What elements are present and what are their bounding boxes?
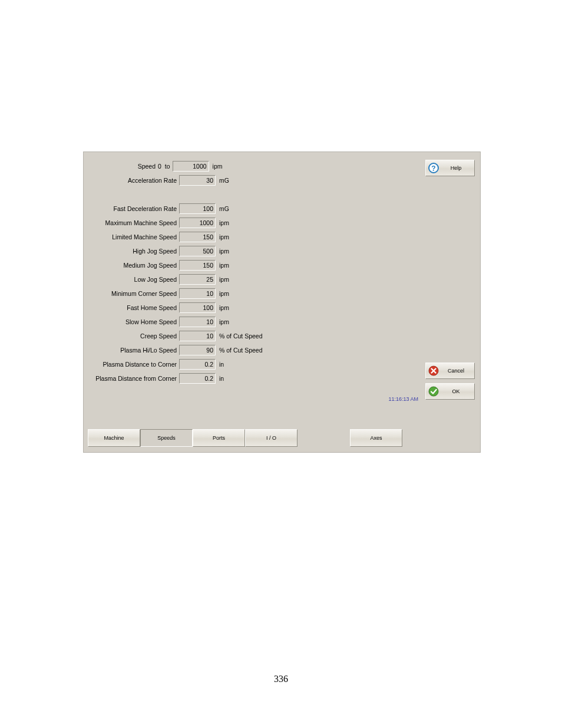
ok-button[interactable]: OK bbox=[425, 383, 475, 400]
param-unit: ipm bbox=[216, 219, 229, 226]
param-row: Medium Jog Speedipm bbox=[84, 258, 352, 272]
svg-text:?: ? bbox=[431, 164, 435, 173]
help-button[interactable]: ? Help bbox=[425, 160, 475, 176]
parameter-rows: Fast Deceleration RatemGMaximum Machine … bbox=[84, 202, 352, 386]
speed-label: Speed bbox=[84, 163, 157, 170]
param-label: Creep Speed bbox=[84, 332, 179, 340]
param-unit: ipm bbox=[216, 290, 229, 297]
param-unit: ipm bbox=[216, 276, 229, 283]
page-number: 336 bbox=[0, 674, 562, 684]
param-label: Fast Deceleration Rate bbox=[84, 205, 179, 212]
acceleration-rate-row: Acceleration Rate mG bbox=[84, 173, 352, 187]
speed-to: to bbox=[163, 163, 173, 170]
side-button-column: ? Help bbox=[425, 160, 475, 176]
param-label: Maximum Machine Speed bbox=[84, 219, 179, 226]
param-label: Plasma Distance to Corner bbox=[84, 361, 179, 368]
speed-min: 0 bbox=[157, 163, 163, 170]
param-input[interactable] bbox=[179, 359, 216, 370]
param-input[interactable] bbox=[179, 373, 216, 384]
param-label: Medium Jog Speed bbox=[84, 262, 179, 269]
help-icon: ? bbox=[428, 163, 439, 173]
param-row: Fast Deceleration RatemG bbox=[84, 202, 352, 216]
param-row: Slow Home Speedipm bbox=[84, 315, 352, 329]
param-row: Plasma Distance to Cornerin bbox=[84, 357, 352, 371]
tab-io[interactable]: I / O bbox=[245, 429, 297, 447]
param-label: Slow Home Speed bbox=[84, 318, 179, 325]
param-unit: ipm bbox=[216, 233, 229, 241]
param-input[interactable] bbox=[179, 331, 216, 341]
param-unit: % of Cut Speed bbox=[216, 332, 263, 340]
param-input[interactable] bbox=[179, 345, 216, 355]
tab-axes[interactable]: Axes bbox=[350, 429, 402, 447]
param-input[interactable] bbox=[179, 232, 216, 242]
param-label: Plasma Hi/Lo Speed bbox=[84, 347, 179, 354]
tab-machine[interactable]: Machine bbox=[88, 429, 140, 447]
help-button-label: Help bbox=[440, 165, 472, 171]
param-row: Limited Machine Speedipm bbox=[84, 230, 352, 244]
param-label: Low Jog Speed bbox=[84, 276, 179, 283]
param-unit: in bbox=[216, 361, 224, 368]
acceleration-rate-input[interactable] bbox=[179, 175, 216, 186]
param-row: Minimum Corner Speedipm bbox=[84, 286, 352, 301]
settings-panel: ? Help Cancel OK Speed 0 to ipm bbox=[83, 151, 481, 453]
param-input[interactable] bbox=[179, 218, 216, 228]
bottom-tabs: Machine Speeds Ports I / O Axes bbox=[88, 429, 402, 447]
tab-speeds[interactable]: Speeds bbox=[140, 429, 193, 447]
param-row: Fast Home Speedipm bbox=[84, 301, 352, 315]
param-input[interactable] bbox=[179, 274, 216, 285]
param-unit: ipm bbox=[216, 304, 229, 311]
param-row: Creep Speed% of Cut Speed bbox=[84, 329, 352, 343]
param-label: Fast Home Speed bbox=[84, 304, 179, 311]
param-input[interactable] bbox=[179, 260, 216, 271]
param-row: Plasma Hi/Lo Speed% of Cut Speed bbox=[84, 343, 352, 357]
param-input[interactable] bbox=[179, 288, 216, 299]
param-unit: in bbox=[216, 375, 224, 382]
param-label: Plasma Distance from Corner bbox=[84, 375, 179, 382]
speed-max-input[interactable] bbox=[173, 161, 209, 172]
ok-button-label: OK bbox=[440, 388, 472, 394]
cancel-icon bbox=[428, 365, 439, 376]
speed-range-row: Speed 0 to ipm bbox=[84, 159, 352, 173]
param-row: Low Jog Speedipm bbox=[84, 272, 352, 286]
param-input[interactable] bbox=[179, 203, 216, 214]
acceleration-rate-label: Acceleration Rate bbox=[84, 177, 179, 184]
param-input[interactable] bbox=[179, 246, 216, 256]
param-input[interactable] bbox=[179, 302, 216, 313]
acceleration-rate-unit: mG bbox=[216, 177, 229, 184]
param-row: High Jog Speedipm bbox=[84, 244, 352, 258]
param-input[interactable] bbox=[179, 317, 216, 327]
param-unit: ipm bbox=[216, 318, 229, 325]
side-button-column-lower: Cancel OK bbox=[425, 363, 475, 400]
param-label: Minimum Corner Speed bbox=[84, 290, 179, 297]
svg-point-4 bbox=[429, 387, 438, 396]
speed-form: Speed 0 to ipm Acceleration Rate mG Fast… bbox=[84, 159, 352, 386]
param-label: High Jog Speed bbox=[84, 248, 179, 255]
param-unit: % of Cut Speed bbox=[216, 347, 263, 354]
param-row: Maximum Machine Speedipm bbox=[84, 216, 352, 230]
timestamp: 11:16:13 AM bbox=[388, 396, 418, 402]
tab-ports[interactable]: Ports bbox=[193, 429, 245, 447]
ok-icon bbox=[428, 386, 439, 397]
cancel-button-label: Cancel bbox=[440, 368, 472, 374]
param-label: Limited Machine Speed bbox=[84, 233, 179, 241]
param-unit: ipm bbox=[216, 262, 229, 269]
param-row: Plasma Distance from Cornerin bbox=[84, 371, 352, 386]
cancel-button[interactable]: Cancel bbox=[425, 363, 475, 379]
speed-unit: ipm bbox=[209, 163, 223, 170]
param-unit: mG bbox=[216, 205, 229, 212]
param-unit: ipm bbox=[216, 248, 229, 255]
